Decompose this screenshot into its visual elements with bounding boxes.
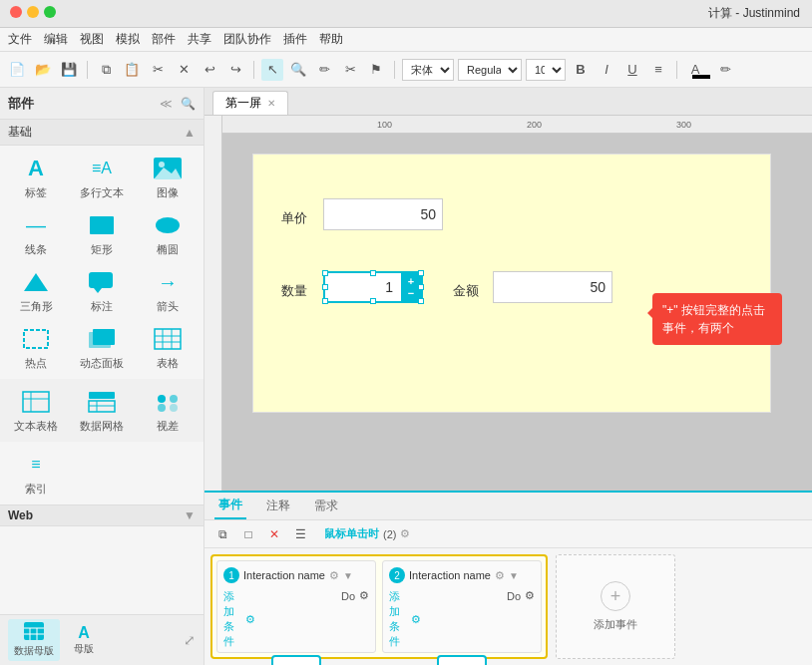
part-hotspot[interactable]: 热点 xyxy=(4,320,68,375)
part-dynamic-panel[interactable]: 动态面板 xyxy=(70,320,134,375)
toolbar-redo[interactable]: ↪ xyxy=(224,59,246,81)
menu-view[interactable]: 视图 xyxy=(80,31,104,48)
toolbar-crop[interactable]: ✂ xyxy=(339,59,361,81)
toolbar-delete[interactable]: ✕ xyxy=(173,59,195,81)
basic-section-header[interactable]: 基础 ▲ xyxy=(0,120,203,146)
input-quantity[interactable]: 1 + − xyxy=(323,271,423,303)
menu-teamwork[interactable]: 团队协作 xyxy=(223,31,271,48)
part-callout[interactable]: 标注 xyxy=(70,263,134,318)
toolbar-open[interactable]: 📂 xyxy=(32,59,54,81)
toolbar-sep4 xyxy=(676,61,677,79)
interaction-2-add-condition[interactable]: 添加条件 ⚙ xyxy=(389,589,421,649)
input-amount[interactable]: 50 xyxy=(493,271,612,303)
part-label[interactable]: A 标签 xyxy=(4,150,68,204)
interaction-1-action-box[interactable]: (✕) xyxy=(271,655,321,665)
toolbar-italic[interactable]: I xyxy=(596,59,617,81)
canvas-viewport[interactable]: 100 200 300 单价 50 数量 xyxy=(204,116,812,491)
event-toolbar: ⧉ □ ✕ ☰ 鼠标单击时 (2) ⚙ xyxy=(204,520,812,548)
menu-parts[interactable]: 部件 xyxy=(152,31,176,48)
part-datagrid[interactable]: 数据网格 xyxy=(70,383,134,438)
part-arrow[interactable]: → 箭头 xyxy=(136,263,200,318)
interaction-1-dropdown-icon[interactable]: ▼ xyxy=(343,570,353,581)
interaction-2-do-gear[interactable]: ⚙ xyxy=(525,589,535,602)
maximize-button[interactable] xyxy=(44,6,56,18)
interaction-1-gear-icon[interactable]: ⚙ xyxy=(329,569,339,582)
part-ellipse[interactable]: 椭圆 xyxy=(136,206,200,261)
toolbar-underline[interactable]: U xyxy=(621,59,643,81)
add-event-area[interactable]: + 添加事件 xyxy=(556,554,675,659)
label-icon: A xyxy=(18,154,54,183)
titlebar: 计算 - Justinmind xyxy=(0,0,812,28)
canvas-tab[interactable]: 第一屏 ✕ xyxy=(212,91,288,115)
part-rect[interactable]: 矩形 xyxy=(70,206,134,261)
event-tool-copy[interactable]: ⧉ xyxy=(212,524,232,544)
tab-events[interactable]: 事件 xyxy=(214,493,246,519)
data-master-icon xyxy=(24,622,44,644)
menu-plugins[interactable]: 插件 xyxy=(283,31,307,48)
font-size-select[interactable]: 10 xyxy=(526,59,566,81)
tab-requirements[interactable]: 需求 xyxy=(310,493,342,519)
multitext-icon: ≡A xyxy=(84,154,120,183)
part-triangle[interactable]: 三角形 xyxy=(4,263,68,318)
web-section-header[interactable]: Web ▼ xyxy=(0,504,203,526)
interaction-1-add-condition[interactable]: 添加条件 ⚙ xyxy=(223,589,255,649)
web-collapse-icon[interactable]: ▼ xyxy=(184,508,196,522)
menu-help[interactable]: 帮助 xyxy=(319,31,343,48)
interaction-2-dropdown-icon[interactable]: ▼ xyxy=(509,570,519,581)
toolbar-flag[interactable]: ⚑ xyxy=(365,59,387,81)
part-table[interactable]: 表格 xyxy=(136,320,200,375)
menu-file[interactable]: 文件 xyxy=(8,31,32,48)
toolbar-search[interactable]: 🔍 xyxy=(287,59,309,81)
event-count-label: (2) xyxy=(383,528,396,540)
event-tool-delete[interactable]: ✕ xyxy=(264,524,284,544)
toolbar-pen[interactable]: ✏ xyxy=(313,59,335,81)
part-text-table[interactable]: 文本表格 xyxy=(4,383,68,438)
handle-tl xyxy=(322,270,328,276)
nav-data-master[interactable]: 数据母版 xyxy=(8,619,60,661)
part-image[interactable]: 图像 xyxy=(136,150,200,204)
basic-collapse-icon[interactable]: ▲ xyxy=(184,126,196,140)
tab-notes[interactable]: 注释 xyxy=(262,493,294,519)
canvas-content: 单价 50 数量 1 + − xyxy=(222,134,812,491)
parts-search-icon[interactable]: 🔍 xyxy=(181,97,196,111)
menu-share[interactable]: 共享 xyxy=(188,31,211,48)
minimize-button[interactable] xyxy=(27,6,39,18)
toolbar-new[interactable]: 📄 xyxy=(6,59,28,81)
tab-close-icon[interactable]: ✕ xyxy=(267,98,275,109)
menu-simulate[interactable]: 模拟 xyxy=(116,31,140,48)
nav-master[interactable]: A 母版 xyxy=(68,621,100,659)
interaction-2-action-box[interactable]: (✕) xyxy=(437,655,487,665)
toolbar-cut[interactable]: ✂ xyxy=(147,59,169,81)
ruler-mark-200: 200 xyxy=(527,120,542,130)
interaction-1-do-gear[interactable]: ⚙ xyxy=(359,589,369,602)
part-line[interactable]: — 线条 xyxy=(4,206,68,261)
toolbar-undo[interactable]: ↩ xyxy=(199,59,220,81)
toolbar-paste[interactable]: 📋 xyxy=(121,59,143,81)
toolbar-select[interactable]: ↖ xyxy=(261,59,283,81)
collapse-icon[interactable]: ≪ xyxy=(160,97,173,111)
expand-icon[interactable]: ⤢ xyxy=(184,632,196,648)
font-style-select[interactable]: Regular xyxy=(458,59,522,81)
design-canvas[interactable]: 单价 50 数量 1 + − xyxy=(252,154,771,413)
svg-point-25 xyxy=(158,404,166,412)
event-tool-menu[interactable]: ☰ xyxy=(290,524,310,544)
menu-edit[interactable]: 编辑 xyxy=(44,31,68,48)
part-multitext[interactable]: ≡A 多行文本 xyxy=(70,150,134,204)
interaction-1-number: 1 xyxy=(223,567,239,583)
event-tool-copy2[interactable]: □ xyxy=(238,524,258,544)
event-panel: ⧉ □ ✕ ☰ 鼠标单击时 (2) ⚙ xyxy=(204,520,812,665)
bottom-tabs: 事件 注释 需求 xyxy=(204,493,812,520)
close-button[interactable] xyxy=(10,6,22,18)
event-settings-icon[interactable]: ⚙ xyxy=(400,527,410,540)
ruler-mark-100: 100 xyxy=(377,120,392,130)
toolbar-copy[interactable]: ⧉ xyxy=(95,59,117,81)
toolbar-save[interactable]: 💾 xyxy=(58,59,80,81)
part-index[interactable]: ≡ 索引 xyxy=(4,446,68,500)
interaction-2-gear-icon[interactable]: ⚙ xyxy=(495,569,505,582)
toolbar-align[interactable]: ≡ xyxy=(647,59,669,81)
toolbar-bold[interactable]: B xyxy=(570,59,592,81)
part-parallax[interactable]: 视差 xyxy=(136,383,200,438)
font-family-select[interactable]: 宋体 xyxy=(402,59,454,81)
input-unit-price[interactable]: 50 xyxy=(323,198,443,230)
toolbar-pencil[interactable]: ✏ xyxy=(714,59,736,81)
